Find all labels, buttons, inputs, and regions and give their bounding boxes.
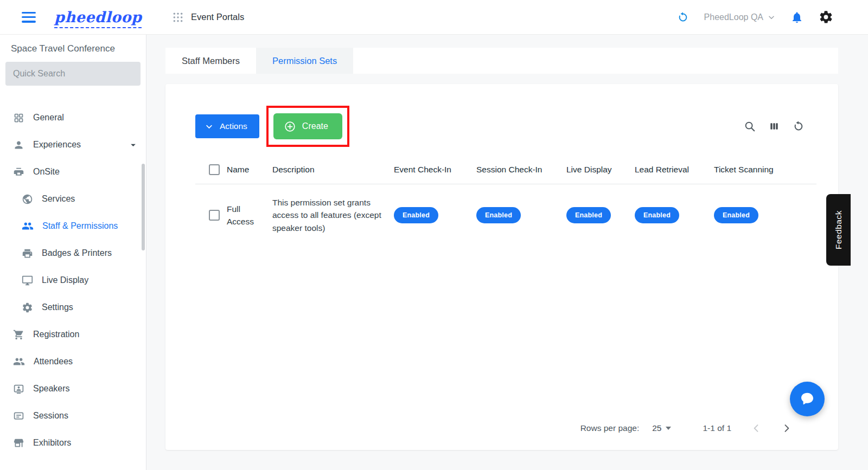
- sidebar-item-label: Services: [42, 194, 75, 204]
- column-header-live-display: Live Display: [566, 165, 635, 175]
- actions-button-label: Actions: [220, 121, 247, 131]
- chevron-down-icon: [768, 14, 775, 21]
- person-board-icon: [13, 383, 24, 395]
- status-badge-live-display: Enabled: [566, 207, 611, 223]
- create-button-wrapper: Create: [273, 113, 342, 139]
- column-header-lead-retrieval: Lead Retrieval: [635, 165, 714, 175]
- sidebar-item-label: Experiences: [33, 140, 81, 150]
- sidebar-item-onsite[interactable]: OnSite: [0, 158, 146, 185]
- sidebar-item-label: Attendees: [34, 357, 73, 366]
- sidebar-item-label: Speakers: [33, 384, 70, 394]
- sync-refresh-icon[interactable]: [677, 11, 689, 23]
- sidebar: Space Travel Conference General Experien…: [0, 35, 146, 470]
- pagination-bar: Rows per page: 25 1-1 of 1: [165, 423, 838, 450]
- printer-icon: [22, 248, 33, 259]
- person-icon: [13, 139, 24, 151]
- refresh-icon[interactable]: [793, 120, 805, 132]
- next-page-button[interactable]: [781, 423, 792, 434]
- column-header-session-check-in: Session Check-In: [476, 165, 566, 175]
- people-icon: [13, 356, 25, 368]
- permission-sets-panel: Actions Create: [165, 84, 838, 450]
- sidebar-item-staff-permissions[interactable]: Staff & Permissions: [0, 213, 146, 240]
- select-all-checkbox[interactable]: [209, 164, 220, 175]
- previous-page-button[interactable]: [751, 423, 762, 434]
- row-name: Full Access: [227, 203, 272, 228]
- event-name: Space Travel Conference: [0, 35, 146, 54]
- tab-staff-members[interactable]: Staff Members: [165, 48, 256, 74]
- sidebar-item-badges-printers[interactable]: Badges & Printers: [0, 240, 146, 267]
- account-label: PheedLoop QA: [704, 12, 763, 22]
- sidebar-item-live-display[interactable]: Live Display: [0, 267, 146, 294]
- sidebar-item-settings[interactable]: Settings: [0, 294, 146, 321]
- main-content: Staff Members Permission Sets Actions Cr…: [146, 35, 868, 470]
- tab-bar: Staff Members Permission Sets: [165, 48, 838, 74]
- sidebar-item-label: OnSite: [33, 167, 60, 177]
- row-checkbox[interactable]: [209, 210, 220, 221]
- status-badge-ticket-scanning: Enabled: [714, 207, 758, 223]
- quick-search-input[interactable]: [13, 69, 125, 79]
- notifications-bell-icon[interactable]: [790, 11, 803, 24]
- chevron-down-icon[interactable]: [129, 141, 137, 149]
- row-description: This permission set grants access to all…: [272, 196, 394, 234]
- topbar-middle: Event Portals: [146, 12, 677, 23]
- sidebar-menu: General Experiences OnSite Services Staf…: [0, 104, 146, 456]
- apps-grid-icon[interactable]: [173, 12, 183, 23]
- sidebar-item-label: Exhibitors: [33, 438, 71, 448]
- sidebar-item-label: Sessions: [33, 411, 68, 421]
- plus-circle-icon: [284, 121, 296, 132]
- quick-search-box[interactable]: [5, 62, 141, 86]
- settings-gear-icon[interactable]: [819, 10, 833, 24]
- rows-per-page-value: 25: [652, 423, 661, 433]
- sidebar-item-general[interactable]: General: [0, 104, 146, 131]
- sidebar-item-label: Badges & Printers: [42, 248, 112, 258]
- permission-sets-table: Name Description Event Check-In Session …: [195, 164, 816, 246]
- sidebar-item-label: General: [33, 113, 64, 123]
- table-tools: [744, 120, 805, 132]
- toolbar: Actions Create: [195, 113, 805, 139]
- sidebar-item-registration[interactable]: Registration: [0, 321, 146, 348]
- page-title: Event Portals: [191, 12, 244, 22]
- rows-per-page-select[interactable]: 25: [652, 423, 671, 433]
- chevron-right-icon: [781, 423, 792, 434]
- sidebar-item-label: Settings: [42, 302, 73, 312]
- sidebar-item-sessions[interactable]: Sessions: [0, 402, 146, 429]
- tab-label: Staff Members: [182, 56, 240, 66]
- presentation-icon: [13, 410, 24, 422]
- topbar: pheedloop Event Portals PheedLoop QA: [0, 0, 868, 35]
- sidebar-item-exhibitors[interactable]: Exhibitors: [0, 429, 146, 456]
- sidebar-item-attendees[interactable]: Attendees: [0, 348, 146, 375]
- tab-permission-sets[interactable]: Permission Sets: [256, 48, 353, 74]
- table-row[interactable]: Full Access This permission set grants a…: [195, 184, 816, 246]
- columns-icon[interactable]: [769, 121, 780, 132]
- status-badge-event-check-in: Enabled: [394, 207, 438, 223]
- chevron-left-icon: [751, 423, 762, 434]
- chat-launcher-button[interactable]: [790, 382, 825, 416]
- globe-icon: [22, 194, 33, 205]
- kiosk-icon: [13, 166, 24, 178]
- sidebar-item-label: Staff & Permissions: [42, 221, 118, 231]
- grid-icon: [13, 112, 24, 124]
- sidebar-item-experiences[interactable]: Experiences: [0, 131, 146, 158]
- feedback-tab-label: Feedback: [834, 210, 844, 249]
- sidebar-item-speakers[interactable]: Speakers: [0, 375, 146, 402]
- app-logo[interactable]: pheedloop: [54, 9, 142, 25]
- create-button[interactable]: Create: [273, 113, 342, 139]
- cart-icon: [13, 329, 24, 340]
- pagination-range: 1-1 of 1: [703, 423, 731, 433]
- sidebar-scrollbar[interactable]: [142, 164, 145, 250]
- account-menu[interactable]: PheedLoop QA: [704, 12, 775, 22]
- sidebar-item-services[interactable]: Services: [0, 185, 146, 213]
- column-header-description: Description: [272, 165, 394, 175]
- actions-button[interactable]: Actions: [195, 114, 259, 138]
- people-icon: [22, 220, 34, 232]
- create-button-label: Create: [302, 121, 328, 131]
- feedback-tab[interactable]: Feedback: [826, 194, 851, 266]
- gear-icon: [22, 302, 33, 313]
- search-icon[interactable]: [744, 120, 756, 132]
- column-header-ticket-scanning: Ticket Scanning: [714, 165, 816, 175]
- hamburger-menu-button[interactable]: [22, 12, 36, 23]
- status-badge-session-check-in: Enabled: [476, 207, 521, 223]
- storefront-icon: [13, 437, 24, 449]
- dropdown-caret-icon: [666, 427, 671, 430]
- column-header-name: Name: [227, 165, 272, 175]
